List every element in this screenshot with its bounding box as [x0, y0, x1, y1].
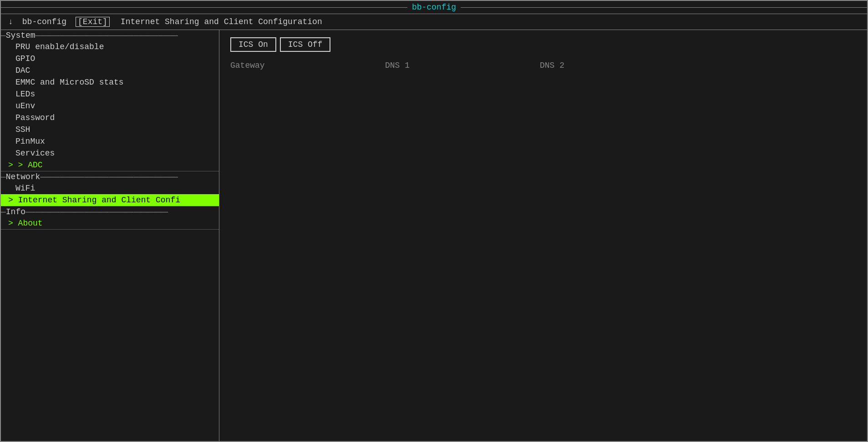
info-section-header: —Info————————————————————————————— [1, 206, 219, 217]
ics-buttons-row: ICS On ICS Off [230, 37, 856, 52]
sidebar-item-pinmux[interactable]: PinMux [1, 136, 219, 147]
network-section-header: —Network———————————————————————————— [1, 171, 219, 182]
network-section: —Network———————————————————————————— WiF… [1, 171, 219, 206]
sidebar-item-about[interactable]: > About [1, 217, 219, 229]
dns-labels-row: Gateway DNS 1 DNS 2 [230, 61, 856, 70]
app-title: bb-config [407, 3, 461, 12]
ics-on-button[interactable]: ICS On [230, 37, 276, 52]
main-area: —System————————————————————————————— PRU… [1, 30, 867, 441]
sidebar-item-emmc[interactable]: EMMC and MicroSD stats [1, 76, 219, 88]
arrow-icon: ↓ [8, 17, 13, 26]
sidebar-item-password[interactable]: Password [1, 112, 219, 124]
page-title: Internet Sharing and Client Configuratio… [121, 17, 322, 26]
sidebar-item-ssh[interactable]: SSH [1, 124, 219, 136]
sidebar: —System————————————————————————————— PRU… [1, 30, 219, 441]
sidebar-item-wifi[interactable]: WiFi [1, 182, 219, 194]
exit-button[interactable]: [Exit] [76, 17, 110, 27]
title-bar: bb-config [1, 1, 867, 14]
header-row: ↓ bb-config [Exit] Internet Sharing and … [1, 14, 867, 30]
app-name: bb-config [22, 17, 66, 26]
system-section: —System————————————————————————————— PRU… [1, 30, 219, 171]
sidebar-item-adc[interactable]: > ADC [1, 159, 219, 171]
content-panel: ICS On ICS Off Gateway DNS 1 DNS 2 [219, 30, 867, 441]
sidebar-item-uenv[interactable]: uEnv [1, 100, 219, 112]
gateway-label: Gateway [230, 61, 385, 70]
sidebar-item-dac[interactable]: DAC [1, 65, 219, 76]
sidebar-item-gpio[interactable]: GPIO [1, 53, 219, 65]
system-section-header: —System————————————————————————————— [1, 30, 219, 41]
sidebar-item-services[interactable]: Services [1, 147, 219, 159]
sidebar-item-ics[interactable]: > Internet Sharing and Client Confi [1, 194, 219, 206]
ics-off-button[interactable]: ICS Off [280, 37, 331, 52]
sidebar-item-pru[interactable]: PRU enable/disable [1, 41, 219, 53]
dns2-label: DNS 2 [540, 61, 564, 70]
info-section: —Info————————————————————————————— > Abo… [1, 206, 219, 230]
dns1-label: DNS 1 [385, 61, 540, 70]
sidebar-item-leds[interactable]: LEDs [1, 88, 219, 100]
